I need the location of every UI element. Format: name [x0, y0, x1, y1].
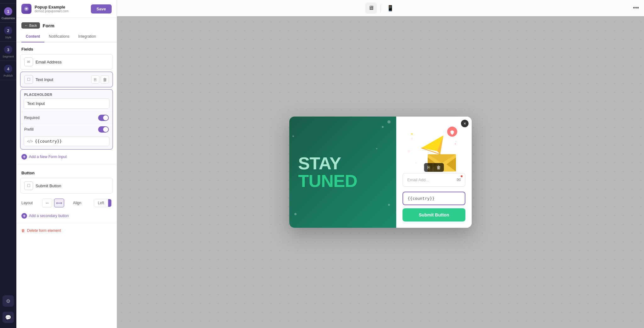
text-input-field-label: Text Input [36, 77, 89, 82]
popup-left-panel: STAY TUNED [289, 117, 396, 228]
align-center-button[interactable]: Center [108, 199, 112, 207]
popup-right-panel: × [396, 117, 472, 228]
panel-title: Form [42, 23, 54, 28]
save-button[interactable]: Save [91, 4, 112, 14]
delete-field-button[interactable]: 🗑 [101, 75, 109, 84]
panel: Popup Example demo2.popupsmart.com Save … [16, 0, 117, 328]
sidebar-step-customize[interactable]: 1 Customize [0, 3, 16, 23]
trash-icon: 🗑 [21, 228, 25, 233]
back-label: Back [29, 24, 37, 27]
popup-email-field: Email Add... ✉ [402, 173, 465, 187]
tab-integration[interactable]: Integration [74, 31, 101, 42]
field-item-email[interactable]: ✉ Email Address [20, 54, 113, 70]
mobile-device-button[interactable]: 📱 [385, 3, 396, 14]
app-logo [21, 4, 31, 14]
required-indicator [461, 175, 463, 177]
email-field-label: Email Address [36, 60, 109, 64]
canvas-topbar: 🖥 📱 ••• [117, 0, 644, 16]
align-buttons: Left Center Right [94, 199, 112, 207]
add-secondary-label: Add a secondary button [29, 214, 69, 218]
step-label-customize: Customize [2, 17, 15, 20]
align-label: Align [73, 201, 89, 205]
sidebar-step-publish[interactable]: 4 Publish [0, 61, 16, 80]
prefill-value-row: </> {{country}} [24, 137, 109, 146]
popup-close-button[interactable]: × [461, 120, 469, 127]
text-input-subpanel: Placeholder Required Prefill </> {{count… [20, 89, 113, 150]
app-info: Popup Example demo2.popupsmart.com [35, 5, 69, 13]
svg-point-4 [408, 150, 410, 152]
deco-dot-3 [294, 213, 297, 215]
topbar: Popup Example demo2.popupsmart.com Save [16, 0, 117, 18]
required-label: Required [24, 116, 40, 120]
deco-dot-5 [388, 204, 390, 206]
submit-button-label: Submit Button [36, 183, 109, 188]
chat-icon-btn[interactable]: 💬 [3, 312, 14, 323]
required-toggle[interactable] [98, 115, 109, 121]
placeholder-input[interactable] [24, 98, 109, 109]
layout-buttons: ↔ ⟺ [42, 199, 64, 207]
deco-dot-1 [387, 120, 391, 123]
app-domain: demo2.popupsmart.com [35, 9, 69, 13]
deco-dot-4 [292, 135, 294, 137]
deco-dot-2 [382, 126, 384, 128]
submit-button-icon: ☐ [24, 181, 33, 190]
back-button[interactable]: ← Back [21, 22, 40, 29]
email-field-icon: ✉ [24, 57, 33, 66]
popup-headline-tuned: TUNED [298, 172, 387, 190]
email-field-wrapper: ⎘ 🗑 Email Add... ✉ [402, 173, 465, 189]
popup-submit-button[interactable]: Submit Button [402, 208, 465, 221]
deco-dot-6 [376, 148, 377, 149]
required-row: Required [20, 112, 113, 123]
sidebar-step-segment[interactable]: 3 Segment [0, 42, 16, 61]
prefill-value: {{country}} [35, 139, 62, 144]
text-input-field-icon: ☐ [24, 75, 33, 84]
delete-form-link[interactable]: 🗑 Delete form element [16, 225, 117, 236]
tabs-bar: Content Notifications Integration [16, 31, 117, 42]
tab-notifications[interactable]: Notifications [44, 31, 74, 42]
align-section: Layout ↔ ⟺ Align Left Center Right [16, 195, 117, 210]
step-num-4: 4 [4, 65, 12, 73]
step-label-publish: Publish [3, 74, 13, 77]
topbar-left: Popup Example demo2.popupsmart.com [21, 4, 69, 14]
more-options-button[interactable]: ••• [633, 5, 639, 11]
plus-secondary-icon: + [21, 213, 27, 219]
prefill-panel: </> {{country}} [24, 136, 109, 146]
email-icon: ✉ [457, 177, 461, 183]
form-title-bar: ← Back Form [16, 18, 117, 31]
button-section-title: Button [16, 166, 117, 178]
add-input-label: Add a New Form Input [29, 155, 67, 159]
step-num-1: 1 [4, 7, 12, 15]
delete-label: Delete form element [27, 228, 61, 233]
layout-wide-button[interactable]: ⟺ [54, 199, 64, 207]
divider-2 [16, 223, 117, 223]
placeholder-label: Placeholder [20, 90, 113, 98]
tab-content[interactable]: Content [21, 31, 44, 42]
layout-narrow-button[interactable]: ↔ [42, 199, 52, 207]
sidebar-step-style[interactable]: 2 Style [0, 23, 16, 42]
device-separator [380, 4, 381, 12]
copy-action-icon[interactable]: ⎘ [424, 163, 433, 172]
step-label-segment: Segment [3, 55, 14, 58]
code-icon: </> [27, 139, 33, 144]
layout-label: Layout [21, 201, 37, 205]
align-left-button[interactable]: Left [94, 199, 108, 207]
field-item-text-input[interactable]: ☐ Text Input ⎘ 🗑 [20, 72, 113, 87]
svg-text:✦: ✦ [410, 132, 414, 136]
copy-field-button[interactable]: ⎘ [91, 75, 99, 84]
step-num-3: 3 [4, 46, 12, 54]
delete-action-icon[interactable]: 🗑 [433, 163, 444, 172]
svg-text:✦: ✦ [454, 143, 457, 145]
prefill-toggle[interactable] [98, 126, 109, 133]
desktop-device-button[interactable]: 🖥 [365, 3, 377, 14]
divider-1 [16, 164, 117, 164]
submit-button-field[interactable]: ☐ Submit Button [20, 178, 113, 194]
add-secondary-button-link[interactable]: + Add a secondary button [16, 210, 117, 221]
popup-text-field[interactable]: {{country}} [402, 192, 465, 205]
settings-icon-btn[interactable]: ⚙ [3, 295, 14, 307]
add-form-input-link[interactable]: + Add a New Form Input [16, 151, 117, 162]
canvas-area: 🖥 📱 ••• STAY TUNED × [117, 0, 644, 328]
svg-text:✦: ✦ [415, 162, 417, 164]
svg-point-3 [411, 138, 413, 139]
popup-preview: STAY TUNED × [289, 117, 472, 228]
email-placeholder-text: Email Add... [407, 178, 429, 182]
